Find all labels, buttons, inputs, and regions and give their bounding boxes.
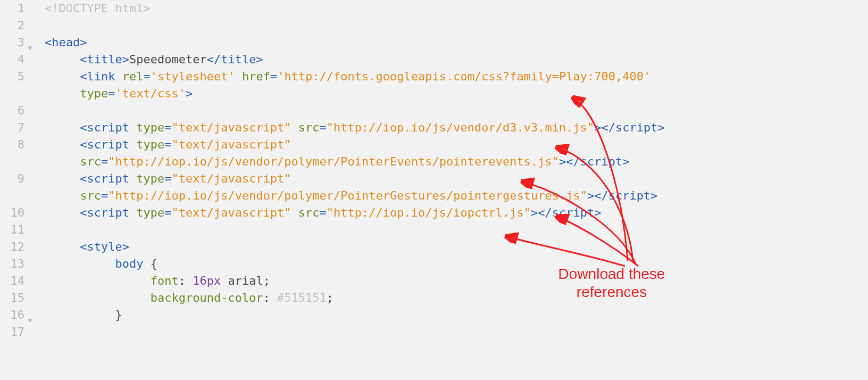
code-line[interactable]: }: [45, 307, 868, 324]
line-number: 16: [0, 307, 24, 324]
line-number: 1: [0, 0, 24, 17]
code-line[interactable]: [45, 17, 868, 34]
code-line[interactable]: type='text/css'>: [45, 85, 868, 102]
line-number: 9: [0, 170, 24, 187]
line-number: 6: [0, 102, 24, 119]
line-number: 10: [0, 204, 24, 221]
line-number-gutter: 1234567891011121314151617: [0, 0, 31, 380]
code-editor[interactable]: 1234567891011121314151617 <!DOCTYPE html…: [0, 0, 868, 380]
code-line[interactable]: <script type="text/javascript": [45, 170, 868, 187]
code-line[interactable]: <script type="text/javascript" src="http…: [45, 119, 868, 136]
code-line[interactable]: <script type="text/javascript" src="http…: [45, 204, 868, 221]
code-area[interactable]: <!DOCTYPE html> <head> <title>Speedomete…: [31, 0, 868, 380]
code-line[interactable]: <head>: [45, 34, 868, 51]
line-number: 7: [0, 119, 24, 136]
code-line[interactable]: <!DOCTYPE html>: [45, 0, 868, 17]
code-line[interactable]: src="http://iop.io/js/vendor/polymer/Poi…: [45, 153, 868, 170]
code-line[interactable]: background-color: #515151;: [45, 290, 868, 307]
code-line[interactable]: font: 16px arial;: [45, 272, 868, 290]
line-number: 2: [0, 17, 24, 34]
code-line[interactable]: [45, 221, 868, 238]
code-line[interactable]: src="http://iop.io/js/vendor/polymer/Poi…: [45, 187, 868, 204]
code-line[interactable]: [45, 102, 868, 119]
line-number: 11: [0, 221, 24, 238]
code-line[interactable]: body {: [45, 255, 868, 272]
line-number: 13: [0, 255, 24, 272]
code-line[interactable]: [45, 324, 868, 341]
line-number: 17: [0, 324, 24, 341]
code-line[interactable]: <style>: [45, 238, 868, 255]
line-number: 5: [0, 68, 24, 85]
line-number: [0, 187, 24, 204]
line-number: 8: [0, 136, 24, 153]
line-number: 14: [0, 272, 24, 290]
code-line[interactable]: <script type="text/javascript": [45, 136, 868, 153]
code-line[interactable]: <link rel='stylesheet' href='http://font…: [45, 68, 868, 85]
code-line[interactable]: <title>Speedometer</title>: [45, 51, 868, 68]
line-number: [0, 85, 24, 102]
line-number: 3: [0, 34, 24, 51]
line-number: [0, 153, 24, 170]
line-number: 4: [0, 51, 24, 68]
line-number: 15: [0, 290, 24, 307]
line-number: 12: [0, 238, 24, 255]
